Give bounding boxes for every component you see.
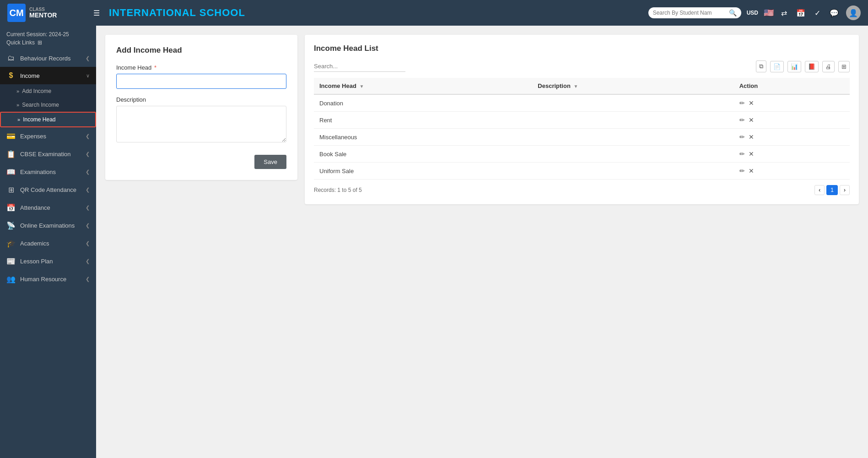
transfer-icon[interactable]: ⇄: [779, 7, 789, 19]
quick-links-label: Quick Links: [6, 38, 35, 47]
sidebar-item-attendance[interactable]: 📅 Attendance ❮: [0, 199, 96, 217]
sidebar-label-human-resource: Human Resource: [20, 276, 66, 283]
submenu-item-search-income[interactable]: » Search Income: [0, 98, 96, 112]
avatar[interactable]: 👤: [846, 5, 861, 20]
csv-icon-btn[interactable]: 📄: [770, 61, 784, 72]
academics-icon: 🎓: [6, 239, 16, 248]
sidebar-item-online-examinations[interactable]: 📡 Online Examinations ❮: [0, 217, 96, 234]
sidebar-label-examinations: Examinations: [20, 169, 56, 175]
sidebar-item-income[interactable]: $ Income ∨: [0, 67, 96, 84]
save-button[interactable]: Save: [254, 155, 286, 169]
table-header-row: Income Head ▼ Description ▼ Action: [314, 78, 850, 94]
sidebar-label-behaviour-records: Behaviour Records: [20, 55, 71, 62]
sidebar-item-academics[interactable]: 🎓 Academics ❮: [0, 234, 96, 252]
calendar-icon[interactable]: 📅: [794, 7, 807, 19]
search-income-label: Search Income: [22, 102, 59, 108]
col-income-head: Income Head ▼: [314, 78, 532, 94]
attendance-chevron: ❮: [86, 205, 90, 211]
pagination: ‹ 1 ›: [814, 185, 850, 195]
edit-button[interactable]: ✏: [739, 99, 745, 107]
cell-action: ✏ ✕: [734, 94, 850, 112]
sidebar-label-cbse: CBSE Examination: [20, 151, 71, 158]
records-label: Records: 1 to 5 of 5: [314, 187, 362, 193]
edit-button[interactable]: ✏: [739, 133, 745, 141]
delete-button[interactable]: ✕: [749, 150, 754, 158]
table-row: Miscellaneous ✏ ✕: [314, 129, 850, 146]
human-resource-chevron: ❮: [86, 276, 90, 282]
qr-chevron: ❮: [86, 187, 90, 193]
checkmark-icon[interactable]: ✓: [813, 7, 822, 19]
description-sort-icon[interactable]: ▼: [573, 84, 578, 89]
sidebar-item-human-resource[interactable]: 👥 Human Resource ❮: [0, 270, 96, 288]
search-box: 🔍: [648, 7, 741, 18]
logo-icon: CM: [7, 4, 26, 22]
main-layout: Current Session: 2024-25 Quick Links ⊞ 🗂…: [0, 26, 868, 458]
currency-label: USD: [747, 10, 758, 16]
income-head-table: Income Head ▼ Description ▼ Action Donat…: [314, 78, 850, 180]
attendance-icon: 📅: [6, 203, 16, 212]
form-title: Add Income Head: [116, 46, 286, 55]
edit-button[interactable]: ✏: [739, 150, 745, 158]
columns-icon-btn[interactable]: ⊞: [838, 61, 850, 72]
sidebar-label-lesson-plan: Lesson Plan: [20, 258, 53, 265]
copy-icon-btn[interactable]: ⧉: [756, 60, 766, 72]
submenu-item-income-head[interactable]: » Income Head: [0, 112, 96, 127]
income-head-sort-icon[interactable]: ▼: [360, 84, 364, 89]
delete-button[interactable]: ✕: [749, 167, 754, 174]
sidebar-item-expenses[interactable]: 💳 Expenses ❮: [0, 127, 96, 145]
online-exam-chevron: ❮: [86, 223, 90, 229]
logo: CM CLASS MENTOR: [7, 4, 81, 22]
delete-button[interactable]: ✕: [749, 99, 754, 107]
behaviour-records-chevron: ❮: [86, 55, 90, 61]
income-head-group: Income Head *: [116, 64, 286, 89]
list-action-buttons: ⧉ 📄 📊 📕 🖨 ⊞: [756, 60, 850, 72]
sidebar-item-cbse-examination[interactable]: 📋 CBSE Examination ❮: [0, 145, 96, 163]
delete-button[interactable]: ✕: [749, 133, 754, 141]
income-submenu: » Add Income » Search Income » Income He…: [0, 84, 96, 127]
sidebar-item-lesson-plan[interactable]: 📰 Lesson Plan ❮: [0, 252, 96, 270]
quick-links[interactable]: Quick Links ⊞: [6, 38, 90, 47]
table-footer: Records: 1 to 5 of 5 ‹ 1 ›: [314, 185, 850, 195]
print-icon-btn[interactable]: 🖨: [822, 61, 835, 72]
col-action: Action: [734, 78, 850, 94]
list-toolbar: ⧉ 📄 📊 📕 🖨 ⊞: [314, 60, 850, 72]
cell-description: [532, 163, 733, 180]
income-icon: $: [6, 71, 16, 80]
submenu-item-add-income[interactable]: » Add Income: [0, 84, 96, 98]
form-panel: Add Income Head Income Head * Descriptio…: [105, 35, 297, 180]
sidebar-label-income: Income: [20, 72, 40, 79]
cell-action: ✏ ✕: [734, 112, 850, 129]
sidebar-item-qr-code[interactable]: ⊞ QR Code Attendance ❮: [0, 181, 96, 199]
pdf-icon-btn[interactable]: 📕: [805, 61, 819, 72]
prev-page-btn[interactable]: ‹: [814, 185, 825, 195]
description-field-label: Description: [116, 96, 286, 103]
flag-icon: 🇺🇸: [764, 8, 774, 18]
page-1-btn[interactable]: 1: [826, 185, 838, 195]
sidebar-item-behaviour-records[interactable]: 🗂 Behaviour Records ❮: [0, 49, 96, 67]
next-page-btn[interactable]: ›: [840, 185, 850, 195]
expenses-chevron: ❮: [86, 133, 90, 139]
edit-button[interactable]: ✏: [739, 167, 745, 174]
income-head-input[interactable]: [116, 74, 286, 89]
income-head-label: Income Head: [23, 116, 55, 123]
list-title: Income Head List: [314, 44, 850, 53]
sidebar-label-online-examinations: Online Examinations: [20, 222, 75, 229]
examinations-icon: 📖: [6, 168, 16, 176]
description-input[interactable]: [116, 106, 286, 142]
search-input[interactable]: [653, 10, 726, 16]
examinations-chevron: ❮: [86, 169, 90, 175]
delete-button[interactable]: ✕: [749, 116, 754, 124]
sidebar-label-attendance: Attendance: [20, 204, 50, 211]
content-area: Add Income Head Income Head * Descriptio…: [96, 26, 868, 458]
excel-icon-btn[interactable]: 📊: [787, 61, 801, 72]
whatsapp-icon[interactable]: 💬: [828, 7, 841, 19]
hamburger-button[interactable]: ☰: [92, 7, 102, 19]
list-search-input[interactable]: [314, 61, 405, 72]
quick-links-grid-icon: ⊞: [38, 38, 42, 47]
cell-description: [532, 94, 733, 112]
list-panel: Income Head List ⧉ 📄 📊 📕 🖨 ⊞ Income Head: [305, 35, 859, 204]
cbse-chevron: ❮: [86, 151, 90, 157]
sidebar: Current Session: 2024-25 Quick Links ⊞ 🗂…: [0, 26, 96, 458]
sidebar-item-examinations[interactable]: 📖 Examinations ❮: [0, 163, 96, 181]
edit-button[interactable]: ✏: [739, 116, 745, 124]
